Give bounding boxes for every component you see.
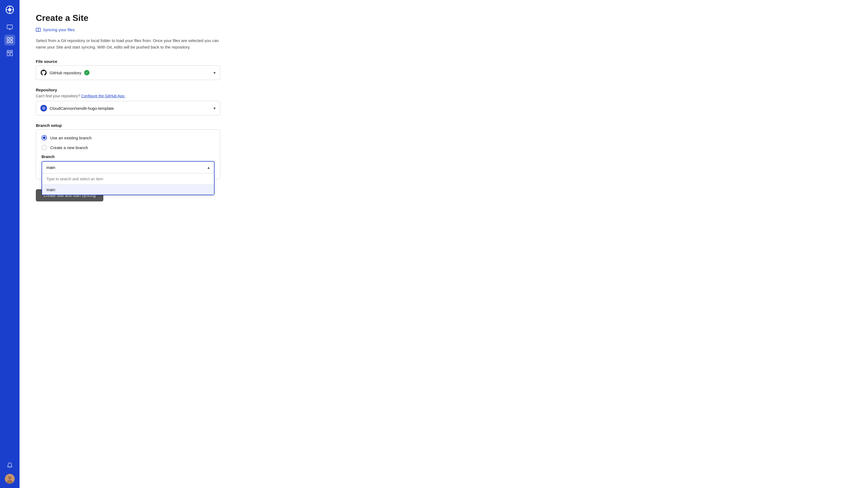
svg-point-13 [8,476,11,479]
repository-sublabel: Can't find your repository? Configure th… [36,94,220,98]
configure-github-link[interactable]: Configure the GitHub App [81,94,125,98]
file-source-selected-text: GitHub repository [50,70,82,75]
avatar-placeholder [5,474,14,484]
create-new-branch-option[interactable]: Create a new branch [41,145,215,150]
svg-rect-2 [7,25,12,29]
user-avatar[interactable]: › [5,474,14,484]
repository-label: Repository [36,88,220,92]
sidebar-item-sites[interactable] [4,35,15,45]
grid-apps-icon [7,37,13,43]
book-icon [36,28,41,32]
page-description: Select from a Git repository or local fo… [36,37,220,51]
cloudcannon-repo-icon [40,105,47,111]
branch-chevron-up-icon: ▴ [208,165,210,170]
branch-dropdown-menu: main [41,173,215,195]
use-existing-branch-option[interactable]: Use an existing branch [41,135,215,140]
svg-rect-9 [7,51,12,52]
svg-rect-7 [7,41,9,43]
main-content: Create a Site Syncing your files Select … [20,0,868,488]
org-icon [7,50,13,56]
svg-rect-5 [7,37,9,40]
svg-point-1 [8,8,11,11]
svg-rect-8 [10,41,12,43]
repository-value: CloudCannon/sendit-hugo-template [40,105,114,111]
sidebar: › [0,0,20,488]
bell-icon [7,462,12,468]
branch-selected-value: main [46,165,55,170]
svg-point-17 [43,108,44,109]
create-new-label: Create a new branch [50,145,88,150]
file-source-chevron-icon: ▾ [214,70,216,75]
branch-setup-section: Branch setup Use an existing branch Crea… [36,123,220,180]
svg-rect-11 [10,53,12,56]
notification-bell[interactable] [4,460,15,470]
help-link[interactable]: Syncing your files [36,27,852,32]
sidebar-item-organizations[interactable] [4,48,15,59]
svg-rect-6 [10,37,12,40]
branch-search-input[interactable] [42,173,214,185]
file-source-section: File source GitHub repository ✓ ▾ [36,59,220,80]
svg-rect-10 [7,53,9,56]
help-link-text: Syncing your files [43,27,75,32]
github-icon [40,69,47,76]
repository-section: Repository Can't find your repository? C… [36,88,220,116]
cloudcannon-logo-icon [5,5,14,14]
branch-option-main[interactable]: main [42,185,214,195]
file-source-label: File source [36,59,220,64]
branch-field-section: Branch main ▴ main [41,155,215,179]
repository-chevron-icon: ▾ [214,106,216,111]
file-source-dropdown[interactable]: GitHub repository ✓ ▾ [36,65,220,80]
use-existing-radio[interactable] [41,135,47,140]
use-existing-label: Use an existing branch [50,135,92,140]
file-source-value: GitHub repository ✓ [40,69,90,76]
desktop-icon [7,24,13,30]
branch-setup-label: Branch setup [36,123,220,128]
check-icon: ✓ [84,70,90,75]
branch-setup-box: Use an existing branch Create a new bran… [36,129,220,180]
branch-dropdown-wrapper: main ▴ main [41,161,215,174]
create-new-radio[interactable] [41,145,47,150]
repository-dropdown[interactable]: CloudCannon/sendit-hugo-template ▾ [36,101,220,116]
repository-selected-text: CloudCannon/sendit-hugo-template [50,106,114,110]
avatar-image [5,474,14,484]
branch-field-label: Branch [41,155,215,159]
branch-dropdown-trigger[interactable]: main ▴ [41,161,215,174]
page-title: Create a Site [36,13,852,23]
app-logo[interactable] [4,4,15,15]
sidebar-item-dashboard[interactable] [4,22,15,33]
